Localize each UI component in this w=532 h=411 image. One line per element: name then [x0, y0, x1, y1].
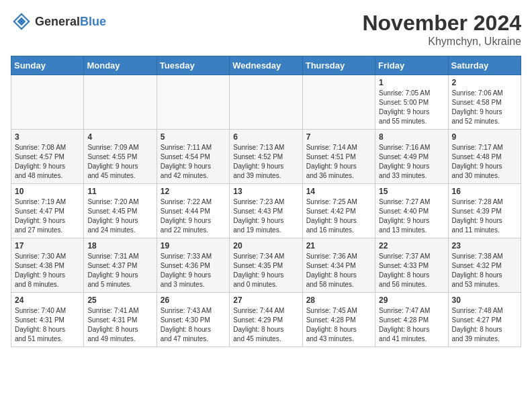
day-number: 6 [233, 132, 298, 142]
day-cell-2-2: 12Sunrise: 7:22 AM Sunset: 4:44 PM Dayli… [157, 184, 229, 238]
day-cell-3-6: 23Sunrise: 7:38 AM Sunset: 4:32 PM Dayli… [448, 238, 521, 293]
day-cell-0-3 [230, 75, 302, 130]
day-info: Sunrise: 7:34 AM Sunset: 4:35 PM Dayligh… [233, 252, 298, 289]
day-number: 1 [379, 78, 444, 87]
day-number: 29 [379, 295, 444, 305]
col-sunday: Sunday [11, 56, 84, 75]
calendar-table: Sunday Monday Tuesday Wednesday Thursday… [11, 56, 521, 347]
day-info: Sunrise: 7:44 AM Sunset: 4:29 PM Dayligh… [233, 306, 298, 344]
day-cell-2-3: 13Sunrise: 7:23 AM Sunset: 4:43 PM Dayli… [230, 184, 302, 238]
day-number: 18 [87, 241, 152, 250]
logo-text-blue: Blue [80, 15, 106, 28]
day-cell-1-3: 6Sunrise: 7:13 AM Sunset: 4:52 PM Daylig… [230, 130, 302, 184]
day-info: Sunrise: 7:48 AM Sunset: 4:27 PM Dayligh… [452, 306, 517, 344]
day-number: 20 [233, 241, 298, 250]
title-area: November 2024 Khymchyn, Ukraine [362, 11, 521, 48]
day-cell-2-0: 10Sunrise: 7:19 AM Sunset: 4:47 PM Dayli… [11, 184, 84, 238]
day-info: Sunrise: 7:06 AM Sunset: 4:58 PM Dayligh… [452, 89, 517, 126]
day-info: Sunrise: 7:33 AM Sunset: 4:36 PM Dayligh… [161, 252, 226, 289]
day-number: 24 [15, 295, 80, 305]
day-number: 7 [306, 132, 371, 142]
day-cell-3-2: 19Sunrise: 7:33 AM Sunset: 4:36 PM Dayli… [157, 238, 229, 293]
day-cell-1-0: 3Sunrise: 7:08 AM Sunset: 4:57 PM Daylig… [11, 130, 84, 184]
day-info: Sunrise: 7:27 AM Sunset: 4:40 PM Dayligh… [379, 197, 444, 235]
day-info: Sunrise: 7:22 AM Sunset: 4:44 PM Dayligh… [161, 197, 226, 235]
day-cell-1-6: 9Sunrise: 7:17 AM Sunset: 4:48 PM Daylig… [448, 130, 521, 184]
day-cell-3-1: 18Sunrise: 7:31 AM Sunset: 4:37 PM Dayli… [84, 238, 157, 293]
day-info: Sunrise: 7:40 AM Sunset: 4:31 PM Dayligh… [15, 306, 80, 344]
day-info: Sunrise: 7:19 AM Sunset: 4:47 PM Dayligh… [15, 197, 80, 235]
day-number: 2 [452, 78, 517, 87]
day-info: Sunrise: 7:13 AM Sunset: 4:52 PM Dayligh… [233, 143, 298, 181]
day-cell-4-0: 24Sunrise: 7:40 AM Sunset: 4:31 PM Dayli… [11, 293, 84, 347]
day-info: Sunrise: 7:14 AM Sunset: 4:51 PM Dayligh… [306, 143, 371, 181]
day-info: Sunrise: 7:28 AM Sunset: 4:39 PM Dayligh… [452, 197, 517, 235]
week-row-5: 24Sunrise: 7:40 AM Sunset: 4:31 PM Dayli… [11, 293, 521, 347]
day-number: 8 [379, 132, 444, 142]
day-number: 27 [233, 295, 298, 305]
day-cell-3-3: 20Sunrise: 7:34 AM Sunset: 4:35 PM Dayli… [230, 238, 302, 293]
logo-icon [11, 11, 32, 32]
day-cell-3-0: 17Sunrise: 7:30 AM Sunset: 4:38 PM Dayli… [11, 238, 84, 293]
col-friday: Friday [375, 56, 448, 75]
day-number: 4 [87, 132, 152, 142]
day-info: Sunrise: 7:20 AM Sunset: 4:45 PM Dayligh… [87, 197, 152, 235]
day-cell-2-4: 14Sunrise: 7:25 AM Sunset: 4:42 PM Dayli… [302, 184, 375, 238]
week-row-3: 10Sunrise: 7:19 AM Sunset: 4:47 PM Dayli… [11, 184, 521, 238]
day-cell-0-6: 2Sunrise: 7:06 AM Sunset: 4:58 PM Daylig… [448, 75, 521, 130]
day-cell-1-2: 5Sunrise: 7:11 AM Sunset: 4:54 PM Daylig… [157, 130, 229, 184]
col-monday: Monday [84, 56, 157, 75]
day-cell-4-2: 26Sunrise: 7:43 AM Sunset: 4:30 PM Dayli… [157, 293, 229, 347]
day-number: 14 [306, 187, 371, 196]
day-number: 22 [379, 241, 444, 250]
month-title: November 2024 [362, 11, 521, 36]
day-cell-0-0 [11, 75, 84, 130]
day-cell-4-4: 28Sunrise: 7:45 AM Sunset: 4:28 PM Dayli… [302, 293, 375, 347]
day-info: Sunrise: 7:38 AM Sunset: 4:32 PM Dayligh… [452, 252, 517, 289]
day-cell-4-5: 29Sunrise: 7:47 AM Sunset: 4:28 PM Dayli… [375, 293, 448, 347]
day-number: 28 [306, 295, 371, 305]
day-number: 23 [452, 241, 517, 250]
day-number: 26 [161, 295, 226, 305]
col-wednesday: Wednesday [230, 56, 302, 75]
page-header: GeneralBlue November 2024 Khymchyn, Ukra… [11, 11, 521, 48]
day-info: Sunrise: 7:31 AM Sunset: 4:37 PM Dayligh… [87, 252, 152, 289]
week-row-1: 1Sunrise: 7:05 AM Sunset: 5:00 PM Daylig… [11, 75, 521, 130]
week-row-2: 3Sunrise: 7:08 AM Sunset: 4:57 PM Daylig… [11, 130, 521, 184]
day-number: 15 [379, 187, 444, 196]
day-cell-0-5: 1Sunrise: 7:05 AM Sunset: 5:00 PM Daylig… [375, 75, 448, 130]
day-info: Sunrise: 7:09 AM Sunset: 4:55 PM Dayligh… [87, 143, 152, 181]
day-cell-1-4: 7Sunrise: 7:14 AM Sunset: 4:51 PM Daylig… [302, 130, 375, 184]
location-title: Khymchyn, Ukraine [362, 36, 521, 48]
day-cell-4-6: 30Sunrise: 7:48 AM Sunset: 4:27 PM Dayli… [448, 293, 521, 347]
day-number: 30 [452, 295, 517, 305]
day-info: Sunrise: 7:41 AM Sunset: 4:31 PM Dayligh… [87, 306, 152, 344]
day-info: Sunrise: 7:45 AM Sunset: 4:28 PM Dayligh… [306, 306, 371, 344]
day-number: 25 [87, 295, 152, 305]
day-cell-2-6: 16Sunrise: 7:28 AM Sunset: 4:39 PM Dayli… [448, 184, 521, 238]
day-info: Sunrise: 7:11 AM Sunset: 4:54 PM Dayligh… [161, 143, 226, 181]
calendar-header-row: Sunday Monday Tuesday Wednesday Thursday… [11, 56, 521, 75]
col-saturday: Saturday [448, 56, 521, 75]
day-info: Sunrise: 7:37 AM Sunset: 4:33 PM Dayligh… [379, 252, 444, 289]
week-row-4: 17Sunrise: 7:30 AM Sunset: 4:38 PM Dayli… [11, 238, 521, 293]
day-info: Sunrise: 7:08 AM Sunset: 4:57 PM Dayligh… [15, 143, 80, 181]
day-number: 11 [87, 187, 152, 196]
day-info: Sunrise: 7:16 AM Sunset: 4:49 PM Dayligh… [379, 143, 444, 181]
day-cell-2-5: 15Sunrise: 7:27 AM Sunset: 4:40 PM Dayli… [375, 184, 448, 238]
day-number: 9 [452, 132, 517, 142]
day-cell-1-5: 8Sunrise: 7:16 AM Sunset: 4:49 PM Daylig… [375, 130, 448, 184]
day-cell-3-5: 22Sunrise: 7:37 AM Sunset: 4:33 PM Dayli… [375, 238, 448, 293]
day-info: Sunrise: 7:36 AM Sunset: 4:34 PM Dayligh… [306, 252, 371, 289]
day-cell-4-3: 27Sunrise: 7:44 AM Sunset: 4:29 PM Dayli… [230, 293, 302, 347]
day-info: Sunrise: 7:25 AM Sunset: 4:42 PM Dayligh… [306, 197, 371, 235]
day-number: 12 [161, 187, 226, 196]
logo-text-general: General [35, 15, 80, 28]
day-info: Sunrise: 7:43 AM Sunset: 4:30 PM Dayligh… [161, 306, 226, 344]
day-info: Sunrise: 7:47 AM Sunset: 4:28 PM Dayligh… [379, 306, 444, 344]
col-tuesday: Tuesday [157, 56, 229, 75]
day-cell-4-1: 25Sunrise: 7:41 AM Sunset: 4:31 PM Dayli… [84, 293, 157, 347]
day-number: 5 [161, 132, 226, 142]
day-cell-3-4: 21Sunrise: 7:36 AM Sunset: 4:34 PM Dayli… [302, 238, 375, 293]
day-info: Sunrise: 7:05 AM Sunset: 5:00 PM Dayligh… [379, 89, 444, 126]
